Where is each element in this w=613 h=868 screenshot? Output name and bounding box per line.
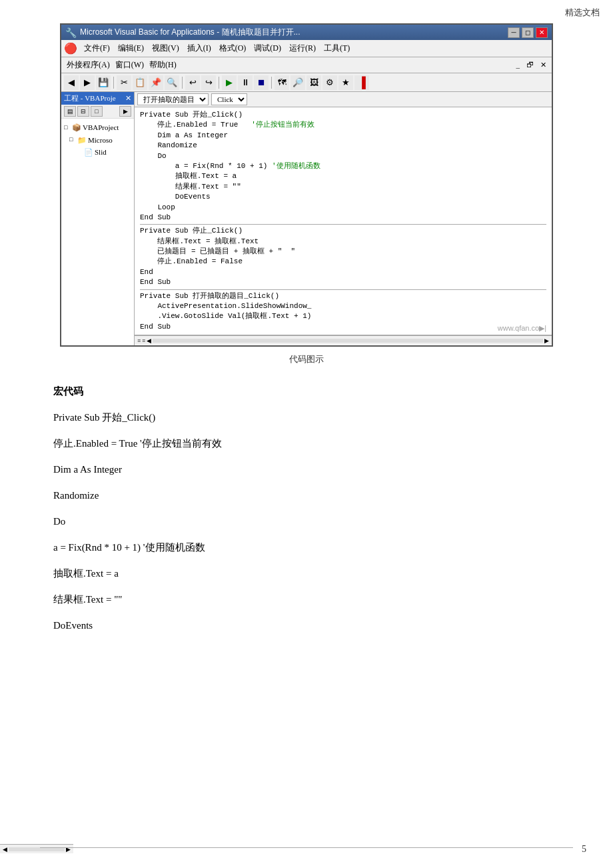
project-explorer-panel: 工程 - VBAProje ✕ ▤ ⊟ □ ▶ □ 📦 VBAProject □… (61, 92, 135, 345)
code-separator-1 (140, 224, 546, 225)
toolbar-btn-more1[interactable]: 🖼 (306, 75, 321, 90)
close-button[interactable]: ✕ (536, 27, 548, 38)
code-line-3: Dim a As Integer (140, 131, 546, 141)
toolbar-sep4 (271, 77, 272, 89)
menu-edit[interactable]: 编辑(E) (114, 41, 148, 55)
scroll-track[interactable] (153, 339, 543, 343)
code-line-1: Private Sub 开始_Click() (140, 110, 546, 120)
code-header: 打开抽取的题目 Click (135, 92, 552, 107)
restore-button[interactable]: ◻ (522, 27, 534, 38)
code-line-6: a = Fix(Rnd * 10 + 1) '使用随机函数 (140, 161, 546, 171)
code-text-6: a = Fix(Rnd * 10 + 1) '使用随机函数 (53, 539, 560, 557)
code-line-12: Private Sub 停止_Click() (140, 226, 546, 236)
menu-run[interactable]: 运行(R) (285, 41, 320, 55)
menu-bar-row1: 🔴 文件(F) 编辑(E) 视图(V) 插入(I) 格式(O) 调试(D) 运行… (61, 40, 552, 57)
toolbar-btn-find[interactable]: 🔍 (165, 75, 179, 90)
code-text-2: 停止.Enabled = True '停止按钮当前有效 (53, 435, 560, 453)
close-ctrl[interactable]: ✕ (538, 61, 549, 69)
code-line-9: DoEvents (140, 192, 546, 202)
project-explorer-close[interactable]: ✕ (125, 94, 131, 103)
procedure-dropdown[interactable]: Click (211, 93, 247, 105)
object-dropdown[interactable]: 打开抽取的题目 (137, 93, 209, 105)
page-line (40, 847, 573, 848)
page-number: 5 (582, 844, 586, 855)
tree-icon-microso: 📁 (77, 135, 87, 146)
toolbar-btn-zoom[interactable]: 🔎 (291, 75, 305, 90)
code-watermark: www.qfan.co▶| (498, 324, 546, 333)
code-editor-area[interactable]: Private Sub 开始_Click() 停止.Enabled = True… (135, 107, 552, 335)
scroll-right[interactable]: ▶ (544, 337, 549, 344)
toolbar-btn-cut[interactable]: ✂ (117, 75, 131, 90)
code-line-19: ActivePresentation.SlideShowWindow_ (140, 301, 546, 311)
tree-icon-root: 📦 (72, 122, 81, 133)
code-scrollbar[interactable]: ≡ ≡ ◀ ▶ (135, 335, 552, 345)
comment-1: '停止按钮当前有效 (251, 121, 314, 129)
secondary-window-controls: _ 🗗 ✕ (514, 61, 550, 69)
section-title: 宏代码 (53, 383, 560, 401)
toolbar-btn-copy[interactable]: 📋 (133, 75, 147, 90)
left-panel-scrollbar[interactable]: ◀ ▶ (0, 844, 73, 853)
toolbar-sep1 (113, 77, 114, 89)
toolbar-btn-back[interactable]: ◀ (64, 75, 79, 90)
tree-item-slid[interactable]: 📄 Slid (63, 146, 133, 159)
explorer-view-btn1[interactable]: ▤ (64, 106, 76, 117)
project-explorer-title: 工程 - VBAProje (64, 93, 116, 103)
title-bar: 🔧 Microsoft Visual Basic for Application… (61, 25, 552, 40)
code-line-8: 结果框.Text = "" (140, 182, 546, 192)
code-line-10: Loop (140, 203, 546, 213)
toolbar-btn-more2[interactable]: ⚙ (322, 75, 337, 90)
project-explorer-toolbar: ▤ ⊟ □ ▶ (61, 105, 134, 119)
tree-item-root[interactable]: □ 📦 VBAProject (63, 121, 133, 134)
explorer-view-btn3[interactable]: □ (91, 106, 103, 117)
code-line-2: 停止.Enabled = True '停止按钮当前有效 (140, 120, 546, 130)
code-line-13: 结果框.Text = 抽取框.Text (140, 237, 546, 247)
toolbar-btn-undo[interactable]: ↩ (185, 75, 200, 90)
code-line-18: Private Sub 打开抽取的题目_Click() (140, 291, 546, 301)
code-line-4: Randomize (140, 141, 546, 151)
menu-insert[interactable]: 插入(I) (183, 41, 215, 55)
window-controls[interactable]: ─ ◻ ✕ (508, 27, 548, 38)
tree-expand-root: □ (64, 123, 71, 133)
scroll-left[interactable]: ◀ (147, 337, 151, 344)
tree-item-microso[interactable]: □ 📁 Microso (63, 134, 133, 147)
code-line-20: .View.GotoSlide Val(抽取框.Text + 1) (140, 311, 546, 321)
toolbar-btn-redo[interactable]: ↪ (201, 75, 216, 90)
explorer-btn-right[interactable]: ▶ (119, 106, 131, 117)
maximize-ctrl[interactable]: 🗗 (524, 61, 536, 69)
project-tree: □ 📦 VBAProject □ 📁 Microso 📄 Slid (61, 119, 134, 161)
comment-2: '使用随机函数 (272, 162, 320, 170)
minimize-button[interactable]: ─ (508, 27, 520, 38)
menu-addins[interactable]: 外接程序(A) (64, 58, 113, 72)
code-line-15: 停止.Enabled = False (140, 257, 546, 267)
menu-file[interactable]: 文件(F) (80, 41, 114, 55)
toolbar-btn-save[interactable]: 💾 (96, 75, 111, 90)
explorer-view-btn2[interactable]: ⊟ (77, 106, 89, 117)
watermark-text: 精选文档 (565, 7, 600, 19)
toolbar-btn-stop[interactable]: ⏹ (254, 75, 269, 90)
toolbar-btn-map[interactable]: 🗺 (275, 75, 289, 90)
toolbar-btn-more3[interactable]: ★ (338, 75, 353, 90)
title-bar-left: 🔧 Microsoft Visual Basic for Application… (65, 27, 301, 38)
tree-icon-slid: 📄 (84, 147, 93, 158)
main-area: 工程 - VBAProje ✕ ▤ ⊟ □ ▶ □ 📦 VBAProject □… (61, 92, 552, 345)
minimize-ctrl[interactable]: _ (514, 61, 523, 69)
toolbar-btn-pause[interactable]: ⏸ (238, 75, 253, 90)
scroll-right-btn[interactable]: ▶ (66, 846, 71, 853)
toolbar-btn-run[interactable]: ▶ (222, 75, 237, 90)
menu-view[interactable]: 视图(V) (148, 41, 183, 55)
toolbar-sep3 (219, 77, 219, 89)
toolbar-btn-forward[interactable]: ▶ (80, 75, 95, 90)
scroll-bar-icon1: ≡ (137, 337, 141, 344)
text-content: 宏代码 Private Sub 开始_Click() 停止.Enabled = … (0, 376, 613, 683)
menu-help[interactable]: 帮助(H) (147, 58, 179, 72)
toolbar-btn-paste[interactable]: 📌 (149, 75, 163, 90)
menu-tools[interactable]: 工具(T) (320, 41, 354, 55)
menu-format[interactable]: 格式(O) (215, 41, 251, 55)
scroll-left-btn[interactable]: ◀ (3, 846, 7, 853)
code-editor-panel: 打开抽取的题目 Click Private Sub 开始_Click() 停止.… (135, 92, 552, 345)
toolbar-btn-side[interactable]: ▐ (354, 75, 369, 90)
code-text-8: 结果框.Text = "" (53, 591, 560, 609)
menu-debug[interactable]: 调试(D) (250, 41, 285, 55)
caption-text: 代码图示 (0, 353, 613, 365)
menu-window[interactable]: 窗口(W) (113, 58, 147, 72)
